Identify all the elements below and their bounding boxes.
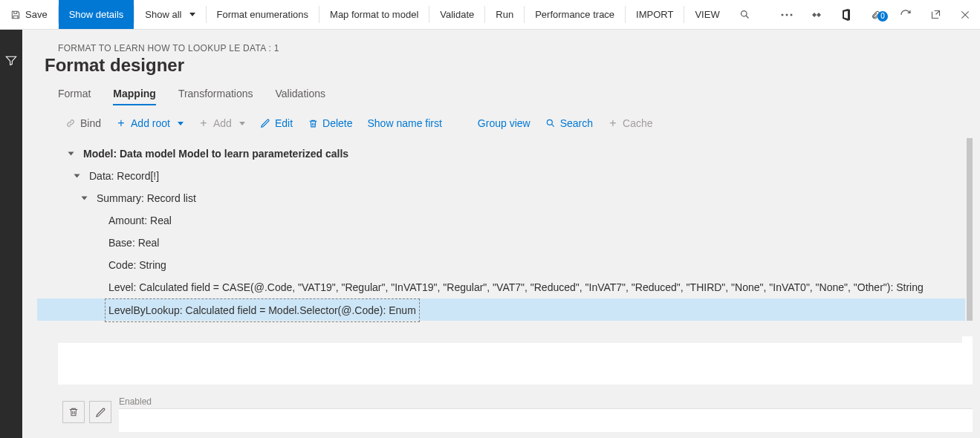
show-details-label: Show details	[69, 9, 124, 20]
caret-icon[interactable]	[79, 195, 89, 201]
attachments-badge: 0	[877, 11, 888, 22]
bind-icon	[65, 118, 76, 128]
command-bar: Save Show details Show all Format enumer…	[0, 0, 980, 30]
tree-node-label: Model: Data model Model to learn paramet…	[83, 143, 348, 165]
tab-strip: Format Mapping Transformations Validatio…	[22, 76, 980, 105]
svg-point-4	[547, 120, 552, 125]
attachments-button[interactable]: 0	[861, 8, 891, 22]
search-button[interactable]: Search	[545, 117, 593, 129]
delete-button[interactable]: Delete	[308, 117, 352, 129]
page-title: Format designer	[22, 53, 980, 76]
svg-point-1	[782, 13, 784, 16]
tree-leaf-amount[interactable]: Amount: Real	[65, 209, 980, 232]
cache-button[interactable]: + Cache	[608, 117, 652, 129]
plus-icon: +	[608, 118, 618, 128]
left-rail	[0, 30, 22, 438]
caret-icon[interactable]	[65, 151, 76, 157]
chevron-down-icon	[239, 122, 245, 125]
enabled-label: Enabled	[119, 396, 973, 408]
bind-button[interactable]: Bind	[65, 117, 101, 129]
more-button[interactable]	[772, 13, 802, 16]
tab-transformations[interactable]: Transformations	[178, 88, 253, 105]
tree-node-model[interactable]: Model: Data model Model to learn paramet…	[65, 143, 980, 165]
svg-point-2	[786, 13, 788, 16]
tree-leaf-level[interactable]: Level: Calculated field = CASE(@.Code, "…	[65, 276, 980, 298]
enabled-field[interactable]	[119, 408, 973, 432]
tree-node-label: Code: String	[108, 254, 166, 276]
tree-node-data[interactable]: Data: Record[!]	[65, 165, 980, 187]
search-icon	[545, 118, 556, 128]
search-header-button[interactable]	[730, 0, 760, 29]
save-label: Save	[25, 9, 48, 20]
close-button[interactable]	[950, 10, 980, 20]
popout-button[interactable]	[921, 9, 950, 20]
more-icon	[781, 13, 793, 16]
tree-node-label: Summary: Record list	[97, 187, 196, 209]
group-view-button[interactable]: Group view	[478, 117, 530, 129]
chevron-down-icon	[178, 122, 184, 125]
tree-node-summary[interactable]: Summary: Record list	[65, 187, 980, 209]
pencil-icon	[95, 407, 106, 418]
main-panel: FORMAT TO LEARN HOW TO LOOKUP LE DATA : …	[22, 30, 980, 438]
tab-validations[interactable]: Validations	[276, 88, 325, 105]
tree-node-label: LevelByLookup: Calculated field = Model.…	[105, 298, 420, 322]
save-button[interactable]: Save	[0, 0, 58, 29]
popout-icon	[930, 9, 941, 20]
search-icon	[739, 9, 750, 20]
edit-value-button[interactable]	[89, 401, 111, 423]
close-icon	[960, 10, 970, 20]
format-enumerations-button[interactable]: Format enumerations	[207, 0, 319, 29]
chevron-down-icon	[189, 13, 195, 16]
connector-button[interactable]	[802, 10, 831, 19]
map-format-to-model-button[interactable]: Map format to model	[319, 0, 429, 29]
delete-value-button[interactable]	[62, 401, 85, 423]
trash-icon	[308, 118, 318, 128]
svg-point-3	[791, 13, 793, 16]
office-button[interactable]	[831, 9, 861, 21]
plus-icon: +	[198, 118, 209, 128]
tree-node-label: Amount: Real	[108, 209, 172, 232]
plus-icon: +	[116, 118, 126, 128]
filter-icon	[5, 55, 17, 65]
add-button[interactable]: + Add	[198, 117, 245, 129]
tree-node-label: Data: Record[!]	[89, 165, 159, 187]
caret-icon[interactable]	[71, 173, 82, 179]
tree-node-label: Level: Calculated field = CASE(@.Code, "…	[108, 276, 924, 298]
pencil-icon	[260, 118, 270, 128]
tree-leaf-code[interactable]: Code: String	[65, 254, 980, 276]
mapping-tree: Model: Data model Model to learn paramet…	[22, 138, 980, 322]
details-empty-area	[58, 343, 973, 385]
refresh-button[interactable]	[891, 9, 921, 21]
mapping-toolbar: Bind + Add root + Add Edit Delete Show n…	[22, 105, 980, 129]
import-button[interactable]: IMPORT	[626, 0, 684, 29]
view-button[interactable]: VIEW	[684, 0, 730, 29]
show-all-button[interactable]: Show all	[134, 0, 205, 29]
tree-leaf-levelbylookup[interactable]: LevelByLookup: Calculated field = Model.…	[65, 298, 980, 322]
run-button[interactable]: Run	[485, 0, 524, 29]
validate-button[interactable]: Validate	[429, 0, 484, 29]
trash-icon	[68, 406, 79, 418]
tree-leaf-base[interactable]: Base: Real	[65, 232, 980, 254]
details-pane: Enabled	[58, 343, 973, 438]
show-details-button[interactable]: Show details	[59, 0, 134, 29]
connector-icon	[811, 10, 822, 19]
show-all-label: Show all	[145, 9, 181, 20]
refresh-icon	[900, 9, 912, 21]
tab-mapping[interactable]: Mapping	[113, 88, 156, 105]
save-icon	[10, 10, 21, 20]
svg-point-0	[742, 11, 747, 17]
add-root-button[interactable]: + Add root	[116, 117, 184, 129]
breadcrumb: FORMAT TO LEARN HOW TO LOOKUP LE DATA : …	[22, 30, 980, 53]
tree-scrollbar[interactable]	[967, 138, 973, 321]
filter-button[interactable]	[5, 55, 17, 65]
show-name-first-button[interactable]: Show name first	[367, 117, 441, 129]
tab-format[interactable]: Format	[58, 88, 91, 105]
performance-trace-button[interactable]: Performance trace	[525, 0, 625, 29]
office-icon	[841, 9, 851, 21]
tree-node-label: Base: Real	[108, 232, 159, 254]
edit-button[interactable]: Edit	[260, 117, 293, 129]
